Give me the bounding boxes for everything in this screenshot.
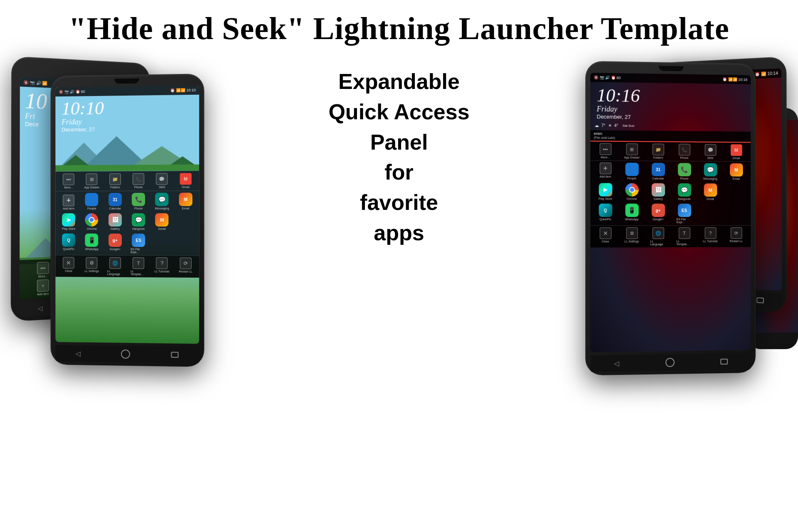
btn-ll-settings-right[interactable]: ⚙ LL Settings bbox=[624, 227, 640, 246]
btn-ll-language-right[interactable]: 🌐 LL Language bbox=[650, 227, 666, 246]
btn-close-right[interactable]: ✕ Close bbox=[597, 227, 613, 246]
btn-ll-template-right[interactable]: T LL Templat... bbox=[676, 227, 692, 246]
app-folders-right[interactable]: 📁 Folders bbox=[650, 144, 666, 159]
app-playstore[interactable]: ▶ Play Store bbox=[61, 213, 76, 230]
center-panel-text: Expandable Quick Access Panel for favori… bbox=[328, 66, 469, 248]
app-drawer[interactable]: ⊞ App Drawer bbox=[84, 173, 100, 189]
app-whatsapp[interactable]: 📱 WhatsApp bbox=[84, 234, 100, 254]
app-drawer-right[interactable]: ⊞ App Drawer bbox=[624, 143, 640, 159]
app-people-right[interactable]: 👤 People bbox=[624, 163, 640, 180]
btn-ll-settings[interactable]: ⚙ LL Settings bbox=[84, 257, 100, 276]
app-add-right[interactable]: + Add item bbox=[597, 163, 613, 180]
app-hangouts-right[interactable]: 💬 Hangouts bbox=[676, 183, 692, 200]
app-gmail-top[interactable]: M Gmail bbox=[177, 173, 193, 188]
app-messaging[interactable]: 💬 Messaging bbox=[154, 193, 170, 210]
app-sms[interactable]: 💬 SMS bbox=[154, 173, 170, 188]
btn-restart-ll[interactable]: ⟳ Restart LL bbox=[177, 257, 193, 276]
app-more[interactable]: ••• More... bbox=[61, 174, 76, 189]
app-gmail-top-right[interactable]: M Gmail bbox=[729, 144, 744, 160]
btn-ll-template[interactable]: T LL Templat... bbox=[131, 257, 146, 276]
app-googleplus[interactable]: g+ Google+ bbox=[107, 234, 123, 254]
app-gallery[interactable]: 🖼 Gallery bbox=[107, 213, 123, 230]
btn-close[interactable]: ✕ Close bbox=[61, 257, 76, 275]
app-playstore-right[interactable]: ▶ Play Store bbox=[597, 183, 613, 200]
app-gallery-right[interactable]: 🖼 Gallery bbox=[650, 183, 666, 200]
app-chrome[interactable]: Chrome bbox=[84, 213, 100, 230]
weather-widget-right: ☁7°☀4° Sat Sun bbox=[590, 121, 751, 131]
app-hangouts[interactable]: 💬 Hangouts bbox=[131, 213, 146, 230]
app-phone-top[interactable]: 📞 Phone bbox=[131, 173, 146, 189]
app-calendar[interactable]: 31 Calendar bbox=[107, 193, 123, 210]
app-people-left[interactable]: 👤 People bbox=[84, 193, 100, 210]
app-sms-right[interactable]: 💬 SMS bbox=[702, 144, 718, 160]
app-esfile[interactable]: ES ES File Expl... bbox=[131, 234, 146, 254]
left-phone-group: 🔇 📷 🔊 📶 ⏰ 📶 10:10 10 Fri Dece ••• bbox=[12, 33, 229, 470]
right-phone-group: 🔇 📷⏰ 📶 10:14 14 lay er, 27 ◁ 🔇 📷 🔊 ⏰ 60 … bbox=[536, 33, 786, 490]
btn-ll-tutorials[interactable]: ? LL Tutorials bbox=[154, 257, 170, 276]
app-gmail-mid[interactable]: M Gmail bbox=[154, 213, 170, 230]
app-phone-mid-right[interactable]: 📞 Phone bbox=[676, 163, 692, 180]
app-folders[interactable]: 📁 Folders bbox=[107, 173, 123, 189]
app-email[interactable]: M Email bbox=[177, 193, 193, 210]
app-phone-top-right[interactable]: 📞 Phone bbox=[676, 144, 692, 159]
svg-rect-10 bbox=[55, 165, 199, 172]
app-quickpic-right[interactable]: Q QuickPic bbox=[597, 204, 613, 224]
app-messaging-right[interactable]: 💬 Messaging bbox=[702, 163, 718, 180]
app-gmail-mid-right[interactable]: M Gmail bbox=[702, 183, 718, 200]
btn-ll-tutorials-right[interactable]: ? LL Tutorials bbox=[702, 227, 718, 246]
btn-ll-language[interactable]: 🌐 LL Language bbox=[107, 257, 123, 276]
app-calendar-right[interactable]: 31 Calendar bbox=[650, 163, 666, 180]
app-quickpic[interactable]: Q QuickPic bbox=[61, 234, 76, 254]
app-add[interactable]: + Add item bbox=[61, 195, 76, 210]
app-phone-mid[interactable]: 📞 Phone bbox=[131, 193, 146, 210]
left-front-phone[interactable]: 🔇 📷 🔊 ⏰ 60 ⏰ 📶📶 10:10 10:10 Friday Decem… bbox=[51, 74, 204, 367]
btn-restart-ll-right[interactable]: ⟳ Restart LL bbox=[729, 227, 744, 246]
right-front-phone[interactable]: 🔇 📷 🔊 ⏰ 60 ⏰ 📶📶 10:16 10:16 Friday Decem… bbox=[585, 61, 756, 376]
app-googleplus-right[interactable]: g+ Google+ bbox=[650, 204, 666, 224]
app-esfile-right[interactable]: ES ES File Expl... bbox=[676, 204, 692, 224]
app-more-right[interactable]: ••• More... bbox=[597, 143, 613, 159]
app-whatsapp-right[interactable]: 📱 WhatsApp bbox=[624, 204, 640, 224]
app-chrome-right[interactable]: Chrome bbox=[624, 183, 640, 200]
app-email-right[interactable]: M Email bbox=[729, 163, 744, 180]
